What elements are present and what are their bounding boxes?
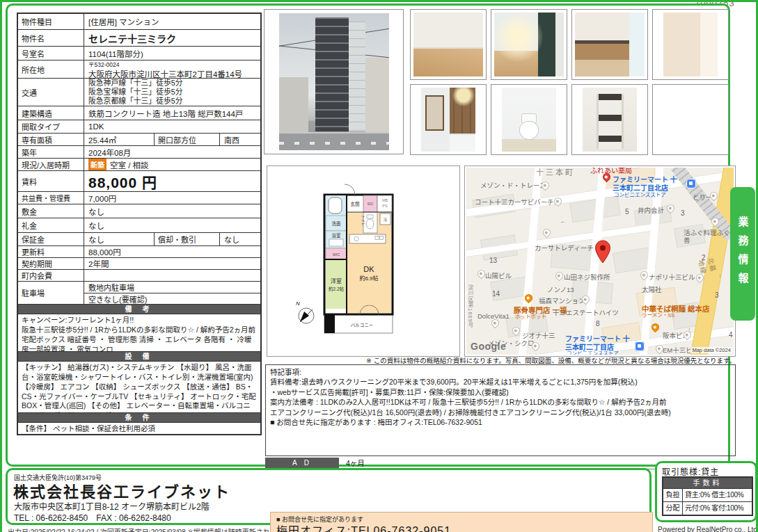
closet-shelves	[597, 94, 624, 149]
table-row: 敷金 なし	[18, 204, 260, 218]
row-value: 2年間	[84, 258, 260, 269]
fee-row-value: 貸主:0% 借主:100%	[683, 489, 752, 501]
bikou-text: キャンペーン:フリーレント1ヶ月!! 阪急十三駅徒歩5分!! / 1Rから1LD…	[18, 314, 260, 352]
fee-table-header: 手数料	[663, 478, 752, 489]
map-label: ホットポット	[515, 314, 546, 321]
map-label: ノンノ13	[547, 286, 574, 293]
fee-row-value: 元付:0% 客付:100%	[683, 502, 752, 515]
location-map-frame: 十三本町 ふれあい薬局 ファミリーマート 十 三本町二丁目北店 コンビニエンスス…	[464, 166, 736, 357]
contact-office-tel: 梅田オフィス:TEL06-7632-9051	[276, 522, 451, 532]
fee-row: 負担 貸主:0% 借主:100%	[663, 489, 752, 502]
row-value: 88,000円	[84, 246, 260, 257]
gyomu-joho-tab[interactable]: 業務情報	[730, 187, 755, 321]
table-row: 礼金 なし	[18, 218, 260, 233]
map-label: ファミリーマート 十 三本町二丁目北店	[613, 176, 677, 193]
status-cell: 新築 空室 / 相談	[84, 159, 260, 170]
section-header-bikou: 備 考	[18, 305, 260, 314]
row-value: [住居用] マンション	[84, 14, 260, 29]
disclaimer-note: ※ この資料は物件の概略紹介資料になります。写真、間取図面、設備、概要などが現況…	[265, 355, 736, 365]
transit-line: 阪急宝塚線「十三」徒歩5分	[88, 88, 260, 97]
row-label: 間取タイプ	[18, 120, 84, 133]
map-label: ナポリ十三ビル	[649, 273, 695, 281]
row-value: 南西	[220, 134, 260, 145]
property-name: セレニテ十三ミラク	[84, 30, 260, 46]
svg-text:冷: 冷	[384, 217, 388, 223]
closet-photo	[583, 88, 637, 152]
fee-row: 分配 元付:0% 客付:100%	[663, 502, 752, 515]
agency-name: 株式会社長谷工ライブネット	[13, 479, 230, 501]
photo-frame	[410, 84, 487, 155]
building-photo	[279, 13, 389, 150]
row-label: 共益費・管理費	[18, 192, 84, 204]
map-label: 十三本町	[536, 168, 575, 177]
bathroom-photo	[421, 88, 475, 152]
row-label: 築年	[18, 146, 84, 158]
property-detail-table: 物件種目 [住居用] マンション 物件名 セレニテ十三ミラク 号室名 1104(…	[17, 13, 262, 435]
map-label: ファミリーマート 十 三本町二丁目店	[565, 335, 630, 352]
row-value: なし	[84, 204, 260, 218]
map-number: 2	[702, 254, 706, 261]
row-value: なし	[220, 233, 260, 245]
convenience-store-icon	[635, 341, 645, 351]
transit-line: 阪急京都線「十三」徒歩5分	[88, 97, 260, 106]
table-row: 所在地 〒532-0024 大阪府大阪市淀川区十三本町2丁目4番14号	[18, 61, 260, 79]
row-label: 交通	[18, 79, 84, 106]
map-number: 4	[729, 331, 733, 339]
road-arrow: ←	[560, 218, 566, 225]
kitchen-photo	[575, 13, 645, 76]
map-copyright: Map data ©2024	[690, 347, 732, 353]
map-label: コート十三カーサビバーチェ	[475, 198, 560, 206]
address-text: 大阪府大阪市淀川区十三本町2丁目4番14号	[88, 68, 260, 79]
row-label: 専有面積	[18, 134, 84, 145]
map-label: 山陽ビル	[485, 272, 512, 280]
status-text: 空室 / 相談	[110, 159, 149, 170]
photo-frame	[571, 84, 648, 155]
gyomu-joho-tab-label: 業務情報	[736, 216, 750, 291]
table-row: 築年 2024年08月	[18, 146, 260, 159]
floorplan: バルコニー SIC MB PS 玄関 トイレ	[267, 166, 459, 356]
svg-text:トイレ: トイレ	[361, 215, 365, 227]
row-value: 1DK	[84, 120, 260, 133]
restaurant-pin-icon	[650, 322, 661, 333]
main-building	[315, 17, 349, 131]
table-row: 駐車場 敷地内駐車場 空きなし(要確認)	[18, 282, 260, 305]
toilet-bowl	[519, 121, 539, 140]
map-number: 3	[715, 291, 719, 299]
row-value: 7,000円	[84, 192, 260, 204]
fee-row-label: 負担	[663, 489, 683, 501]
property-flyer-page: 7000753 物件種目 [住居用] マンション 物件名 セレニテ十三ミラク 号…	[0, 0, 758, 532]
map-label: 十三エステートハイツ	[553, 309, 619, 316]
map-number: 14	[492, 290, 500, 298]
photo-frame	[491, 84, 567, 155]
row-label: 物件種目	[18, 14, 84, 29]
hall-photo	[663, 13, 718, 76]
powered-by: Powered by RealNetPro co., Ltd.	[658, 526, 758, 532]
map-label: 福森マンション	[539, 297, 585, 305]
table-row: 更新料 88,000円	[18, 246, 260, 258]
floorplan-frame: バルコニー SIC MB PS 玄関 トイレ	[267, 166, 460, 357]
row-label: 物件名	[18, 30, 84, 46]
destination-pin-icon	[594, 240, 611, 264]
jouken-text: 【条件】 ペット相談・保証会社利用必須	[18, 423, 260, 435]
map-label: 活ふぐ料理ふぐ善	[684, 229, 734, 244]
street	[279, 132, 389, 150]
row-label: 建築構造	[18, 106, 84, 120]
row-label: 町内会費	[18, 270, 84, 281]
table-row: 保証金 なし 償却・敷引 なし	[18, 233, 260, 246]
photo-frame	[410, 9, 487, 80]
main-content-frame: 物件種目 [住居用] マンション 物件名 セレニテ十三ミラク 号室名 1104(…	[6, 3, 730, 467]
photo-frame	[571, 9, 648, 80]
row-label: 賃料	[18, 171, 84, 191]
table-row: 現況/入居時期 新築 空室 / 相談	[18, 159, 260, 171]
transit-line: 阪急神戸線「十三」徒歩5分	[88, 79, 260, 88]
table-row: 物件種目 [住居用] マンション	[18, 14, 260, 30]
svg-text:PS: PS	[382, 204, 388, 208]
svg-text:玄関: 玄関	[351, 201, 360, 207]
row-label: 開口部方位	[154, 134, 220, 145]
parking-line: 空きなし(要確認)	[84, 293, 260, 305]
map-label: メゾン・ド・トレーズ	[480, 182, 546, 189]
location-map: 十三本町 ふれあい薬局 ファミリーマート 十 三本町二丁目北店 コンビニエンスス…	[466, 168, 734, 355]
main-building-face	[349, 22, 365, 131]
address-cell: 〒532-0024 大阪府大阪市淀川区十三本町2丁目4番14号	[84, 61, 260, 78]
area-value: 25.44㎡	[84, 134, 154, 145]
